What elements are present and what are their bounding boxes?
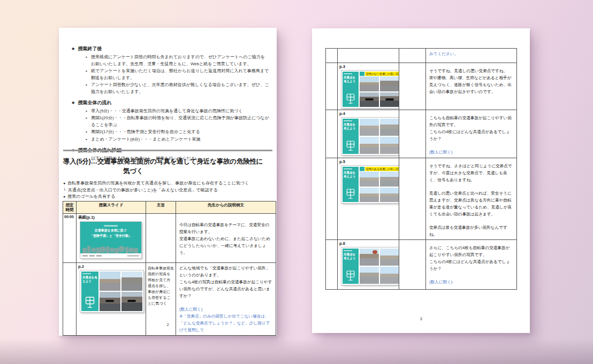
sidebar-title: 共通点を考えよう [344, 253, 358, 260]
table-row: 00:00 表紙(p.1) 交通事故を未然に防ぐ 「危険予測」と「安全行動」 [63, 214, 276, 263]
script-paragraph: こちらの4枚にはどんな共通点があるでしょうか？ [429, 128, 513, 142]
col-header-script: 先生からの説明例文 [176, 202, 276, 214]
document-page-2: ◆ 授業終了後 •授業構成にアンケート回答の時間も含まれておりますので、ぜひアン… [59, 28, 277, 336]
slide-photo [380, 249, 399, 266]
col-header-slide: 授業スライド [77, 202, 146, 214]
script-cell: そうですね、さきほどと同じように交差点ですが、今度は大きな交差点で、見通しも良く… [426, 158, 517, 240]
slide-sidebar: 共通点を考えよう [343, 249, 359, 284]
script-paragraph-note: (数人に聞く) [179, 306, 272, 313]
slide-cell: p.3 共通点を考えよう 信号のない見通しの悪い交差点 [338, 63, 399, 110]
outline-item: •授業構成にアンケート回答の時間も含まれておりますので、ぜひアンケートへのご協力… [86, 54, 269, 67]
purpose-cell [146, 214, 176, 263]
script-paragraph: そうですね、見通しの悪い交差点ですね。 [429, 67, 513, 74]
slide-label: p.4 [339, 111, 397, 116]
sidebar-title: 共通点を考えよう [344, 76, 358, 83]
script-paragraph: 見通しの悪い交差点と比べれば、安全そうに思えますが、交差点は異なる方向に車や自転… [429, 190, 513, 218]
intersection-sign-icon [346, 140, 355, 152]
answer-banner-text: 信号のある見通しの良い交差点 [365, 167, 399, 171]
section-divider [63, 150, 272, 151]
slide-photo [380, 119, 399, 136]
page-number: 2 [59, 322, 277, 327]
table-row: みてください。 [326, 49, 517, 63]
purpose-cell [399, 240, 426, 290]
table-row: p.5 共通点を考えよう 信号のある見通しの良い交差点 [326, 158, 517, 240]
slide-thumbnail-photos: 共通点を考えよう [80, 270, 144, 313]
dot-bullet: • [86, 68, 88, 81]
slide-photo [380, 92, 399, 107]
slide-photo [380, 267, 399, 284]
outline-item: •アンケート回答数が少ないと、次年度の教材提供が難しくなる場合もございます。ぜひ… [86, 82, 269, 95]
slide-photo [100, 292, 120, 311]
outline-item: •紙でアンケートを実施いただく場合は、弊社からお送りした返送用封筒に入れて事務局… [86, 68, 269, 81]
slide-label: 表紙(p.1) [78, 215, 144, 220]
slide-thumbnail-photos: 共通点を考えよう 信号のある見通しの良い交差点 [341, 165, 399, 204]
intersection-sign-icon [346, 270, 355, 282]
slide-photo [360, 249, 379, 266]
time-cell [326, 49, 338, 63]
time-cell [326, 240, 338, 290]
script-cell: そうですね、見通しの悪い交差点ですね。 家や建物、高い塀、生垣などがあると相手が… [426, 63, 517, 110]
section-heading-line2: 気づく [63, 166, 273, 176]
script-paragraph: こちらの4枚にはどんな共通点があるでしょうか？ [429, 258, 513, 272]
section-bullets: ●自転車事故発生箇所の写真を何枚か見て共通点を探し、事故が身近にも存在することに… [63, 180, 272, 200]
dot-bullet: • [86, 136, 88, 143]
outline-heading-label: 授業終了後 [78, 45, 102, 52]
outline-heading-label: 授業全体の流れ [78, 99, 111, 106]
slide-photo [380, 172, 399, 187]
intersection-sign-icon [85, 296, 95, 309]
section-heading: 導入(5分)…交通事故発生箇所の写真を通して身近な事故の危険性に 気づく [63, 157, 273, 176]
script-paragraph: 交通事故にあわないために、また起こさないためにどうしたらいいか、一緒に考えていき… [179, 235, 272, 256]
script-paragraph-note: (数人に聞く) [429, 149, 513, 156]
desk-background: ◆ 授業終了後 •授業構成にアンケート回答の時間も含まれておりますので、ぜひアン… [0, 0, 593, 364]
sidebar-small-line [344, 250, 352, 251]
table-header-row: 想定時間 授業スライド 主旨 先生からの説明例文 [63, 202, 276, 214]
diamond-bullet: ◆ [72, 45, 74, 52]
section-bullet: ●自転車事故発生箇所の写真を何枚か見て共通点を探し、事故が身近にも存在することに… [63, 180, 272, 187]
dot-bullet: • [86, 54, 88, 67]
paragraph-gap [429, 142, 513, 149]
slide-thumbnail-photos: 共通点を考えよう 信号のない見通しの悪い交差点 [341, 70, 399, 109]
sidebar-small-line [344, 168, 352, 169]
dot-bullet: • [86, 129, 88, 136]
dot-bullet: • [86, 82, 88, 95]
slide-sidebar: 共通点を考えよう [343, 72, 359, 107]
slide-photo [121, 292, 142, 311]
purpose-cell [399, 158, 426, 240]
paragraph-gap [429, 272, 513, 278]
slide-photo [360, 92, 379, 107]
document-page-3: みてください。 p.3 共通点を考えよう [312, 28, 530, 333]
outline-item: •導入(5分)・・・交通事故発生箇所の写真を通して身近な事故の危険性に気づく [86, 108, 269, 115]
script-cell: みてください。 [426, 49, 517, 63]
diamond-bullet: ◆ [72, 99, 74, 106]
slide-photo [121, 272, 142, 291]
lesson-schedule-table: 想定時間 授業スライド 主旨 先生からの説明例文 00:00 表紙(p.1) 交… [63, 201, 276, 336]
sidebar-title: 共通点を考えよう [344, 123, 358, 130]
sidebar-small-line [82, 273, 91, 274]
slide-cell: p.4 共通点を考えよう [338, 110, 399, 158]
city-silhouette [80, 244, 140, 253]
slide-answer-banner: 信号のない見通しの悪い交差点 [360, 72, 399, 76]
slide-photo-area [360, 249, 399, 284]
slide-photo [360, 267, 379, 284]
page-number: 3 [312, 316, 530, 321]
sidebar-title: 共通点を考えよう [82, 276, 97, 283]
slide-photo-area [100, 272, 142, 311]
slide-photo [360, 172, 379, 187]
outline-group: ◆ 授業全体の流れ •導入(5分)・・・交通事故発生箇所の写真を通して身近な事故… [72, 99, 269, 143]
paragraph-gap [429, 218, 513, 224]
script-paragraph: こちら4枚の写真は自転車の交通事故が起こりやすい箇所なのですが、どんな共通点があ… [179, 278, 272, 299]
section-heading-line1: 導入(5分)…交通事故発生箇所の写真を通して身近な事故の危険性に [63, 157, 273, 166]
slide-photo [360, 188, 379, 203]
paragraph-gap [429, 183, 513, 190]
purpose-cell [399, 110, 426, 158]
cover-title-line2: 「危険予測」と「安全行動」 [90, 234, 132, 238]
slide-thumbnail-photos: 共通点を考えよう [341, 247, 399, 285]
slide-photo [380, 76, 399, 91]
slide-label: p.6 [339, 241, 397, 246]
answer-badge [360, 167, 364, 171]
cover-tag-line [104, 225, 118, 227]
table-row: p.3 共通点を考えよう 信号のない見通しの悪い交差点 [326, 63, 517, 110]
outline-heading: ◆ 授業全体の流れ [72, 99, 269, 106]
slide-photo [380, 137, 399, 154]
slide-photo [100, 272, 120, 291]
